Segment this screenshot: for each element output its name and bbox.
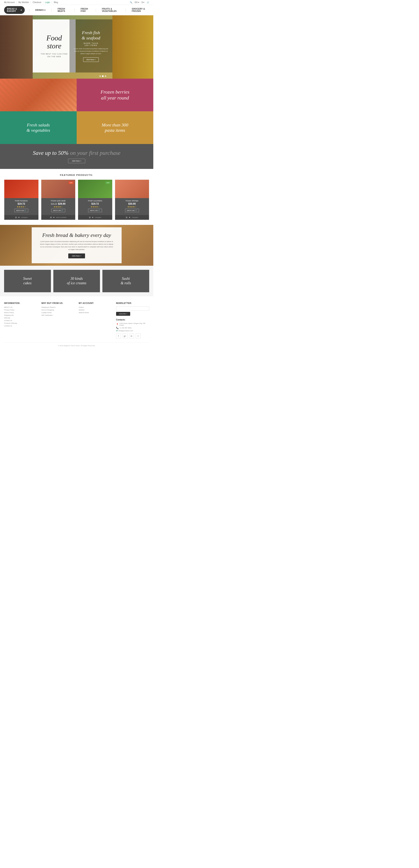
product-info-steak: Frozen pork steak $25.25$28.90 ★★★★☆ add… bbox=[41, 198, 76, 215]
specialty-card-cakes[interactable]: Sweetcakes bbox=[4, 270, 51, 292]
bakery-title: Fresh bread & bakery every day bbox=[40, 232, 114, 238]
footer-col-info: Information: ABOUT US Privacy Policy Ret… bbox=[4, 302, 37, 338]
hero-dot-3[interactable] bbox=[104, 75, 106, 77]
hero-subtitle: THE BEST YOU CAN FINDON THE WEB bbox=[41, 53, 68, 58]
product-price-tomatoes: $19.72 bbox=[6, 203, 37, 205]
footer-col-newsletter: Newsletter: subscribe > Contacts: 📍 1234… bbox=[116, 302, 149, 338]
footer-link-gift[interactable]: Gift Certificates bbox=[41, 314, 75, 316]
main-nav: Bread & Bakery ▾ | Drinks ▾ | Fresh Meat… bbox=[0, 5, 153, 15]
footer-link-secure[interactable]: Secure Shopping bbox=[41, 309, 75, 311]
hero-fish-subtitle: MORE THAN100 ITEMS bbox=[84, 42, 98, 46]
footer-link-sitemap[interactable]: Sitemap bbox=[4, 317, 37, 319]
nav-fresh-meats[interactable]: Fresh Meats bbox=[56, 5, 70, 15]
my-wishlist-link[interactable]: My Wishlist bbox=[19, 1, 29, 3]
nav-drinks[interactable]: Drinks ▾ bbox=[34, 6, 47, 14]
footer-link-about[interactable]: ABOUT US bbox=[4, 306, 37, 308]
nav-fresh-fish[interactable]: Fresh Fish bbox=[79, 5, 91, 15]
footer-columns: Information: ABOUT US Privacy Policy Ret… bbox=[4, 302, 149, 338]
bakery-banner: Fresh bread & bakery every day Lorem ips… bbox=[0, 225, 153, 266]
hero-fruits-right bbox=[112, 15, 153, 79]
top-bar-right: 🔍 EN ▾ $ ▾ 🛒 bbox=[130, 1, 149, 3]
footer-col-account: My account: Orders Wishlist Address Book bbox=[79, 302, 112, 338]
product-image-shrimps bbox=[115, 180, 149, 198]
my-account-link[interactable]: My Account bbox=[4, 1, 15, 3]
footer-link-return[interactable]: Return Policy bbox=[4, 312, 37, 313]
subscribe-button[interactable]: subscribe > bbox=[116, 312, 130, 316]
product-name-tomatoes: Fresh tomatoes bbox=[6, 200, 37, 202]
hero-white-box: Food store THE BEST YOU CAN FINDON THE W… bbox=[33, 20, 76, 72]
bakery-button[interactable]: click here > bbox=[68, 253, 85, 258]
sale-badge-steak: sale bbox=[68, 181, 73, 184]
promo-berries-text: Frozen berriesall year round bbox=[100, 89, 129, 101]
facebook-icon[interactable]: f bbox=[116, 334, 121, 338]
product-actions-steak: ⊞ ♥ add to wishlist bbox=[41, 215, 76, 220]
twitter-icon[interactable]: t bbox=[136, 334, 141, 338]
specialty-card-ice-cream[interactable]: 30 kindsof ice creams bbox=[53, 270, 100, 292]
products-grid: Fresh tomatoes $19.72 ★★★★☆ add to cart … bbox=[4, 180, 149, 220]
footer-link-address[interactable]: Address Book bbox=[79, 312, 112, 313]
compare-icon-shrimps[interactable]: ⊞ bbox=[126, 216, 127, 219]
product-price-steak: $25.25$28.90 bbox=[43, 203, 74, 205]
footer-link-contact[interactable]: Contact Us bbox=[4, 320, 37, 321]
specialty-card-sushi[interactable]: Sushi& rolls bbox=[102, 270, 149, 292]
promo-pasta-panel: More than 300pasta items bbox=[77, 111, 153, 144]
add-to-cart-shrimps[interactable]: add to cart 🛒 bbox=[125, 209, 139, 212]
product-info-cucumbers: Fresh cucumbers $19.72 ★★★★☆ add to cart… bbox=[78, 198, 112, 215]
wishlist-icon-shrimps[interactable]: ♥ bbox=[129, 216, 130, 219]
search-icon[interactable]: 🔍 bbox=[130, 1, 132, 3]
featured-section: FEATURED PRODUCTS: Fresh tomatoes $19.72… bbox=[0, 169, 153, 225]
currency-selector[interactable]: $ ▾ bbox=[142, 1, 144, 3]
wishlist-icon-tomatoes[interactable]: ♥ bbox=[19, 216, 20, 219]
footer-link-shipping-returns[interactable]: Shipping & Returns bbox=[41, 306, 75, 308]
footer-copyright: © 2016 Magento Theme Store. All Rights R… bbox=[4, 342, 149, 347]
hero-dot-1[interactable] bbox=[99, 75, 101, 77]
product-actions-shrimps: ⊞ ♥ compare bbox=[115, 215, 149, 220]
hero-click-here-button[interactable]: click here > bbox=[83, 57, 99, 62]
social-icons: f g+ in t bbox=[116, 334, 149, 338]
checkout-link[interactable]: Checkout bbox=[32, 1, 41, 3]
wishlist-icon-cucumbers[interactable]: ♥ bbox=[92, 216, 93, 219]
contact-phone: 📞 +1 234 567 8901 bbox=[116, 327, 149, 329]
compare-icon-steak[interactable]: ⊞ bbox=[50, 216, 52, 219]
cart-icon[interactable]: 🛒 bbox=[147, 1, 149, 3]
login-link[interactable]: Login bbox=[45, 1, 50, 3]
nav-bread-bakery[interactable]: Bread & Bakery ▾ bbox=[4, 6, 25, 14]
compare-icon-tomatoes[interactable]: ⊞ bbox=[15, 216, 17, 219]
promo-pasta-text: More than 300pasta items bbox=[102, 122, 128, 133]
save-banner-button[interactable]: click here > bbox=[68, 159, 85, 163]
blog-link[interactable]: Blog bbox=[54, 1, 58, 3]
promo-salads-text: Fresh salads& vegetables bbox=[27, 122, 50, 133]
add-to-cart-cucumbers[interactable]: add to cart 🛒 bbox=[88, 209, 102, 212]
googleplus-icon[interactable]: g+ bbox=[123, 334, 127, 338]
lang-selector[interactable]: EN ▾ bbox=[135, 1, 139, 3]
newsletter-input[interactable] bbox=[116, 306, 149, 311]
add-to-cart-tomatoes[interactable]: add to cart 🛒 bbox=[14, 209, 28, 212]
wishlist-label-steak: add to wishlist bbox=[56, 216, 66, 218]
product-image-cucumbers: new bbox=[78, 180, 112, 198]
footer-link-orders[interactable]: Orders bbox=[79, 306, 112, 308]
footer-link-contact2[interactable]: Contact Us bbox=[4, 325, 37, 327]
nav-grocery-frozen[interactable]: Grocery & Frozen bbox=[130, 5, 149, 15]
product-info-tomatoes: Fresh tomatoes $19.72 ★★★★☆ add to cart … bbox=[4, 198, 38, 215]
product-actions-cucumbers: ⊞ ♥ compare bbox=[78, 215, 112, 220]
footer-link-privacy[interactable]: Privacy Policy bbox=[4, 309, 37, 311]
hero-dot-2[interactable] bbox=[102, 75, 103, 77]
compare-icon-cucumbers[interactable]: ⊞ bbox=[89, 216, 91, 219]
promo-grid: Frozen berriesall year round Fresh salad… bbox=[0, 79, 153, 144]
specialty-text-cakes: Sweetcakes bbox=[23, 277, 32, 285]
top-bar: My Account | My Wishlist | Checkout | Lo… bbox=[0, 0, 153, 5]
product-card-cucumbers: new Fresh cucumbers $19.72 ★★★★☆ add to … bbox=[78, 180, 112, 220]
footer-link-wishlist[interactable]: Wishlist bbox=[79, 309, 112, 311]
specialty-text-sushi: Sushi& rolls bbox=[121, 277, 131, 285]
promo-berries-panel: Frozen berriesall year round bbox=[77, 79, 153, 111]
wishlist-icon-steak[interactable]: ♥ bbox=[53, 216, 55, 219]
nav-fruits-vegetables[interactable]: Fruits & Vegetables bbox=[100, 5, 121, 15]
footer-link-loyalty[interactable]: Loyalty Points bbox=[41, 312, 75, 313]
product-name-cucumbers: Fresh cucumbers bbox=[80, 200, 111, 202]
footer-link-products-sitemap[interactable]: Products Sitemap bbox=[4, 322, 37, 324]
add-to-cart-steak[interactable]: add to cart 🛒 bbox=[51, 209, 65, 212]
product-name-shrimps: Frozen shrimps bbox=[117, 200, 148, 202]
footer-newsletter-title: Newsletter: bbox=[116, 302, 149, 304]
footer-link-shipping[interactable]: Shipping Info bbox=[4, 314, 37, 316]
linkedin-icon[interactable]: in bbox=[129, 334, 134, 338]
